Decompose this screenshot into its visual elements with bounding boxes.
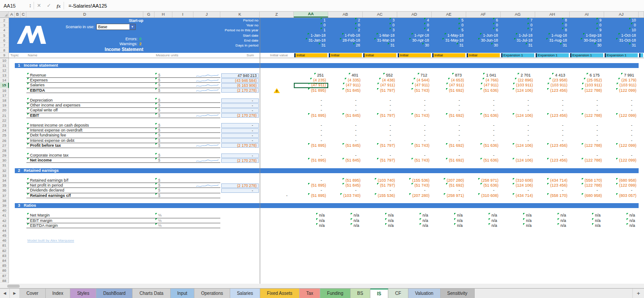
cell-AC7[interactable]: 31 (363, 43, 397, 48)
cell-row-84[interactable] (9, 258, 644, 263)
sheet-tab-operations[interactable]: Operations (194, 289, 230, 298)
cell-AA37[interactable]: (51 895) (294, 193, 328, 198)
cell-AG8[interactable] (501, 48, 535, 53)
cell-H26[interactable]: $ (155, 138, 172, 143)
cell-AE5[interactable]: 1-May-18 (432, 33, 466, 38)
cell-K15[interactable]: (6 163 906) (220, 83, 260, 88)
cell-D14[interactable]: Expenses (26, 78, 143, 83)
cell-AI41[interactable]: n/a (570, 213, 604, 218)
col-header-B[interactable]: B (15, 12, 21, 17)
cell-row-28[interactable] (9, 148, 644, 153)
formula-input[interactable]: =-Salaries!AA125 (64, 0, 644, 11)
cell-AC36[interactable]: - (363, 188, 397, 193)
cell-G19[interactable] (143, 103, 155, 108)
cell-J24[interactable] (193, 128, 220, 133)
cell-AB20[interactable]: - (328, 108, 363, 113)
cell-C43[interactable] (21, 223, 26, 228)
cell-AD13[interactable]: 712 (397, 73, 432, 78)
cell-K16[interactable]: (2 170 278) (220, 88, 260, 93)
cell-G43[interactable] (143, 223, 155, 228)
cell-A34[interactable] (9, 178, 15, 183)
cell-C24[interactable] (21, 128, 26, 133)
cell-AF41[interactable]: n/a (466, 213, 501, 218)
cell-AD9[interactable]: Initial (397, 53, 432, 57)
cell-AC3[interactable]: 0 (363, 23, 397, 28)
cell-AC35[interactable]: (51 797) (363, 183, 397, 188)
cell-AE6[interactable]: 31-May-18 (432, 38, 466, 43)
col-header-A[interactable]: A (9, 12, 15, 17)
cell-AB6[interactable]: 28-Feb-18 (328, 38, 363, 43)
cell-AD15[interactable]: (47 911) (397, 83, 432, 88)
cell-G37[interactable] (143, 193, 155, 198)
cell-J35[interactable] (193, 183, 220, 188)
cell-AH41[interactable]: n/a (535, 213, 570, 218)
cell-D43[interactable]: EBITDA margin (26, 223, 143, 228)
cell-AB41[interactable]: n/a (328, 213, 363, 218)
cell-AD4[interactable]: 4 (397, 28, 432, 33)
cell-D26[interactable]: Interest expense on debt (26, 138, 143, 143)
col-header-AB[interactable]: AB (328, 12, 363, 17)
cell-AE7[interactable]: 31 (432, 43, 466, 48)
cell-AB30[interactable]: (51 845) (328, 158, 363, 163)
cell-AJ36[interactable]: - (604, 188, 639, 193)
row-header-8[interactable]: 8 (0, 48, 9, 53)
row-header-83[interactable]: 83 (0, 253, 9, 258)
row-header-23[interactable]: 23 (0, 123, 9, 128)
cell-AH42[interactable]: n/a (535, 218, 570, 223)
cell-C42[interactable] (21, 218, 26, 223)
sheet-tab-sensitivity[interactable]: Sensitivity (441, 289, 475, 298)
cell-C34[interactable] (21, 178, 26, 183)
cell-I36[interactable] (172, 188, 193, 193)
cell-K6[interactable]: End date (220, 38, 260, 43)
cell-AJ8[interactable] (604, 48, 639, 53)
tab-scroll-right-icon[interactable]: ▶ (10, 289, 20, 298)
cell-AB8[interactable] (328, 48, 363, 53)
row-header-25[interactable]: 25 (0, 133, 9, 138)
col-header-I[interactable]: I (172, 12, 193, 17)
cell-row-44[interactable] (9, 228, 644, 233)
cell-AH14[interactable]: (23 958) (535, 78, 570, 83)
cell-AE13[interactable]: 873 (432, 73, 466, 78)
cell-D35[interactable]: Net profit in period (26, 183, 143, 188)
insert-function-icon[interactable]: fx (54, 0, 64, 11)
cell-G25[interactable] (143, 133, 155, 138)
cell-A39[interactable] (9, 203, 15, 208)
cell-B15[interactable] (15, 83, 21, 88)
cell-AC16[interactable]: (51 797) (363, 88, 397, 93)
cell-AA5[interactable]: 1-Jan-18 (294, 33, 328, 38)
cell-AA42[interactable]: n/a (294, 218, 328, 223)
cell-AC9[interactable]: Initial (363, 53, 397, 57)
cell-A24[interactable] (9, 128, 15, 133)
cell-Z35[interactable] (260, 183, 294, 188)
cell-B18[interactable] (15, 98, 21, 103)
cell-C25[interactable] (21, 133, 26, 138)
cell-AH16[interactable]: (123 456) (535, 88, 570, 93)
cell-AE2[interactable]: 5 (432, 18, 466, 23)
cell-AJ37[interactable]: (803 057) (604, 193, 639, 198)
row-header-35[interactable]: 35 (0, 183, 9, 188)
cell-A14[interactable] (9, 78, 15, 83)
cell-D27[interactable]: Profit before tax (26, 143, 143, 148)
cell-Z26[interactable] (260, 138, 294, 143)
cell-B21[interactable] (15, 113, 21, 118)
cell-A21[interactable] (9, 113, 15, 118)
cell-I29[interactable] (172, 153, 193, 158)
cell-row-85[interactable] (9, 263, 644, 268)
cell-Z5[interactable] (260, 33, 294, 38)
sheet-tab-funding[interactable]: Funding (320, 289, 350, 298)
cell-C18[interactable] (21, 98, 26, 103)
row-header-12[interactable]: 12 (0, 68, 9, 73)
cell-I15[interactable] (172, 83, 193, 88)
cell-I23[interactable] (172, 123, 193, 128)
cell-AF43[interactable]: n/a (466, 223, 501, 228)
cell-K25[interactable]: - (220, 133, 260, 138)
cell-K36[interactable]: - (220, 188, 260, 193)
cell-AH7[interactable]: 31 (535, 43, 570, 48)
cell-AI24[interactable]: - (570, 128, 604, 133)
cell-AF18[interactable]: - (466, 98, 501, 103)
cell-H27[interactable]: $ (155, 143, 172, 148)
row-header-87[interactable]: 87 (0, 273, 9, 278)
cell-C27[interactable] (21, 143, 26, 148)
cell-AC27[interactable]: (51 797) (363, 143, 397, 148)
cell-AE27[interactable]: (51 692) (432, 143, 466, 148)
